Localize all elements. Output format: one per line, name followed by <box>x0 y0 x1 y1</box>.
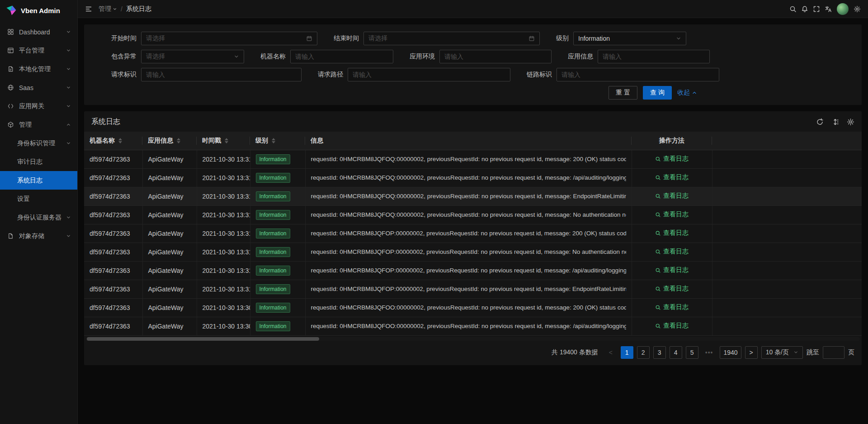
cell-actions: 查看日志 <box>632 187 712 205</box>
page-size-select[interactable]: 10 条/页 <box>761 346 803 359</box>
sort-icon[interactable] <box>225 138 228 143</box>
machine-name-input[interactable] <box>290 50 393 63</box>
page-size-value: 10 条/页 <box>766 348 789 357</box>
saas-icon <box>7 84 14 91</box>
system-log-panel: 系统日志 <box>84 111 862 365</box>
sidebar-item-管理[interactable]: 管理 <box>0 115 77 134</box>
include-exception-select[interactable]: 请选择 <box>141 50 244 63</box>
table-row: df5974d72363ApiGateWay2021-10-30 13:31:3… <box>84 224 862 243</box>
chevron-down-icon <box>66 85 71 90</box>
fullscreen-icon[interactable] <box>811 4 822 14</box>
cell-machine-name: df5974d72363 <box>84 150 142 168</box>
end-time-picker[interactable]: 请选择 <box>363 32 540 45</box>
message-text: requestId: 0HMCRBM8JQFOQ:00000002, previ… <box>311 211 626 218</box>
query-button[interactable]: 查 询 <box>643 86 672 100</box>
sort-icon[interactable] <box>272 138 275 143</box>
page-jump: 跳至页 <box>807 346 854 359</box>
app-info-label: 应用信息 <box>568 52 593 61</box>
scrollbar-thumb[interactable] <box>87 337 319 341</box>
menu-collapse-icon[interactable] <box>83 4 94 14</box>
horizontal-scrollbar[interactable] <box>86 337 860 341</box>
table-settings-icon[interactable] <box>847 118 854 126</box>
sidebar-subitem-审计日志[interactable]: 审计日志 <box>0 152 77 171</box>
filter-field-include-exception: 包含异常 请选择 <box>111 50 244 63</box>
user-avatar[interactable] <box>837 3 849 15</box>
sidebar-item-Saas[interactable]: Saas <box>0 78 77 97</box>
cell-machine-name: df5974d72363 <box>84 243 142 261</box>
breadcrumb-root[interactable]: 管理 <box>99 5 117 13</box>
app-logo[interactable]: Vben Admin <box>0 0 77 21</box>
chevron-down-icon <box>66 67 71 71</box>
sidebar-subitem-身份认证服务器[interactable]: 身份认证服务器 <box>0 208 77 227</box>
view-log-link[interactable]: 查看日志 <box>655 173 689 181</box>
column-header-2[interactable]: 时间戳 <box>197 132 250 150</box>
page-ellipsis[interactable]: ••• <box>702 346 717 359</box>
cell-timestamp: 2021-10-30 13:31:38 <box>197 168 250 187</box>
cell-timestamp: 2021-10-30 13:31:38 <box>197 187 250 205</box>
page-button-2[interactable]: 2 <box>637 346 650 359</box>
column-header-0[interactable]: 机器名称 <box>84 132 142 150</box>
sidebar-item-本地化管理[interactable]: 本地化管理 <box>0 60 77 78</box>
page-button-1940[interactable]: 1940 <box>720 346 741 359</box>
filter-field-app-environment: 应用环境 <box>410 50 552 63</box>
cell-timestamp: 2021-10-30 13:30:44 <box>197 298 250 317</box>
table-toolbar <box>816 118 854 126</box>
sort-icon[interactable] <box>177 138 180 143</box>
cell-machine-name: df5974d72363 <box>84 317 142 335</box>
app-environment-label: 应用环境 <box>410 52 435 61</box>
page-button-1[interactable]: 1 <box>621 346 633 359</box>
request-id-input[interactable] <box>141 68 302 81</box>
sidebar-item-label: Dashboard <box>19 29 61 36</box>
view-log-link[interactable]: 查看日志 <box>655 303 689 311</box>
sidebar-item-平台管理[interactable]: 平台管理 <box>0 41 77 60</box>
level-select[interactable]: Information <box>573 32 686 45</box>
sidebar-item-Dashboard[interactable]: Dashboard <box>0 23 77 41</box>
settings-icon[interactable] <box>852 4 863 14</box>
sidebar-subitem-系统日志[interactable]: 系统日志 <box>0 171 77 190</box>
end-time-placeholder: 请选择 <box>368 34 525 43</box>
page-button-3[interactable]: 3 <box>653 346 666 359</box>
column-height-icon[interactable] <box>831 118 839 126</box>
jump-page-input[interactable] <box>823 346 844 359</box>
sidebar-item-对象存储[interactable]: 对象存储 <box>0 227 77 245</box>
reset-button[interactable]: 重 置 <box>609 86 637 100</box>
collapse-filter-link[interactable]: 收起 <box>677 89 697 97</box>
prev-page-button[interactable]: < <box>604 346 617 359</box>
cell-actions: 查看日志 <box>632 224 712 243</box>
header-actions <box>788 3 863 15</box>
request-path-input[interactable] <box>348 68 510 81</box>
table-header-bar: 系统日志 <box>84 111 862 132</box>
message-text: requestId: 0HMCRBM8JQFOQ:00000002, previ… <box>311 193 626 200</box>
view-log-link[interactable]: 查看日志 <box>655 285 689 293</box>
start-time-picker[interactable]: 请选择 <box>141 32 317 45</box>
search-icon[interactable] <box>788 4 798 14</box>
refresh-icon[interactable] <box>816 118 824 126</box>
header: 管理 / 系统日志 <box>78 0 868 18</box>
sidebar-subitem-身份标识管理[interactable]: 身份标识管理 <box>0 134 77 152</box>
view-log-link[interactable]: 查看日志 <box>655 192 689 200</box>
translate-icon[interactable] <box>823 4 834 14</box>
include-exception-label: 包含异常 <box>111 52 137 61</box>
view-log-link[interactable]: 查看日志 <box>655 322 689 330</box>
view-log-link[interactable]: 查看日志 <box>655 155 689 163</box>
logo-icon <box>5 5 17 16</box>
view-log-link[interactable]: 查看日志 <box>655 266 689 274</box>
sidebar-item-应用网关[interactable]: 应用网关 <box>0 97 77 115</box>
view-log-link[interactable]: 查看日志 <box>655 210 689 219</box>
view-log-link[interactable]: 查看日志 <box>655 229 689 237</box>
trace-id-input[interactable] <box>557 68 719 81</box>
page-button-4[interactable]: 4 <box>670 346 682 359</box>
page-button-5[interactable]: 5 <box>686 346 698 359</box>
bell-icon[interactable] <box>799 4 810 14</box>
next-page-button[interactable]: > <box>745 346 758 359</box>
view-log-link[interactable]: 查看日志 <box>655 248 689 256</box>
cell-message: requestId: 0HMCRBM8JQFOP:00000002, previ… <box>305 280 632 298</box>
cell-timestamp: 2021-10-30 13:31:36 <box>197 280 250 298</box>
app-info-input[interactable] <box>598 50 710 63</box>
column-header-1[interactable]: 应用信息 <box>142 132 197 150</box>
sort-icon[interactable] <box>118 138 122 143</box>
column-header-3[interactable]: 级别 <box>250 132 305 150</box>
sidebar-subitem-设置[interactable]: 设置 <box>0 190 77 208</box>
cell-app-info: ApiGateWay <box>142 187 197 205</box>
app-environment-input[interactable] <box>439 50 552 63</box>
